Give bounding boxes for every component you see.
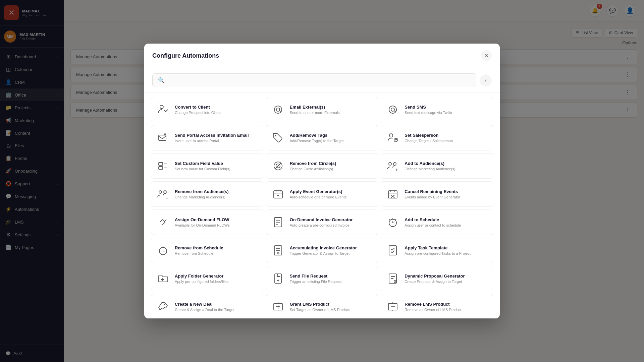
card-desc-apply-folder-generator: Apply pre-configured folders/files bbox=[175, 280, 258, 284]
search-box: 🔍 bbox=[152, 73, 476, 87]
modal-close-button[interactable]: ✕ bbox=[481, 50, 492, 61]
card-title-apply-event-generator: Apply Event Generator(s) bbox=[290, 189, 373, 194]
card-icon-cancel-remaining-events bbox=[386, 187, 400, 201]
card-title-email-externals: Email External(s) bbox=[290, 105, 373, 110]
card-title-remove-lms-product: Remove LMS Product bbox=[405, 302, 488, 307]
automation-card-send-portal-access[interactable]: Send Portal Access Invitation Email Invi… bbox=[151, 125, 263, 150]
automation-card-set-custom-field[interactable]: Set Custom Field Value Set new value for… bbox=[151, 153, 263, 179]
svg-rect-23 bbox=[274, 191, 282, 198]
automation-card-cancel-remaining-events[interactable]: Cancel Remaining Events Events added by … bbox=[381, 181, 493, 207]
card-title-convert-to-client: Convert to Client bbox=[175, 105, 258, 110]
automation-card-remove-from-audiences[interactable]: Remove from Audience(s) Change Marketing… bbox=[151, 181, 263, 207]
card-desc-apply-task-template: Assign pre-configured Tasks to a Project bbox=[405, 251, 488, 255]
automation-card-add-remove-tags[interactable]: Add/Remove Tags Add/Remove Tag(s) to the… bbox=[266, 125, 378, 150]
card-icon-set-custom-field bbox=[156, 159, 170, 173]
automation-card-apply-event-generator[interactable]: Apply Event Generator(s) Auto-schedule o… bbox=[266, 181, 378, 207]
card-desc-add-remove-tags: Add/Remove Tag(s) to the Target bbox=[290, 139, 373, 143]
card-icon-create-new-deal bbox=[156, 300, 170, 314]
automation-card-send-file-request[interactable]: Send File Request Trigger an existing Fi… bbox=[266, 266, 378, 291]
svg-line-39 bbox=[395, 219, 396, 220]
svg-rect-27 bbox=[388, 191, 397, 198]
automation-card-send-sms[interactable]: Send SMS Send text message via Twilio bbox=[381, 97, 493, 122]
automation-card-on-demand-invoice[interactable]: On-Demand Invoice Generator Auto-create … bbox=[266, 209, 378, 235]
svg-point-6 bbox=[275, 135, 276, 136]
card-icon-email-externals bbox=[271, 103, 285, 117]
automation-card-add-to-audiences[interactable]: Add to Audience(s) Change Marketing Audi… bbox=[381, 153, 493, 179]
card-title-add-to-audiences: Add to Audience(s) bbox=[405, 161, 488, 166]
card-title-add-to-schedule: Add to Schedule bbox=[405, 217, 488, 222]
automation-card-remove-lms-product[interactable]: Remove LMS Product Remove as Owner of LM… bbox=[381, 294, 493, 318]
automation-card-apply-folder-generator[interactable]: Apply Folder Generator Apply pre-configu… bbox=[151, 266, 263, 291]
card-title-set-custom-field: Set Custom Field Value bbox=[175, 161, 258, 166]
automations-grid: Convert to Client Change Prospect into C… bbox=[144, 93, 500, 318]
card-desc-add-to-audiences: Change Marketing Audience(s) bbox=[405, 167, 488, 171]
svg-point-55 bbox=[164, 304, 165, 305]
automation-card-accumulating-invoice[interactable]: Accumulating Invoice Generator Trigger G… bbox=[266, 238, 378, 263]
automation-card-grant-lms-product[interactable]: Grant LMS Product Set Target as Owner of… bbox=[266, 294, 378, 318]
card-desc-remove-from-schedule: Remove from Schedule bbox=[175, 251, 258, 255]
card-icon-send-portal-access bbox=[156, 131, 170, 145]
svg-rect-5 bbox=[159, 135, 166, 140]
card-title-on-demand-invoice: On-Demand Invoice Generator bbox=[290, 217, 373, 222]
card-icon-remove-from-schedule bbox=[156, 243, 170, 257]
automation-card-apply-task-template[interactable]: Apply Task Template Assign pre-configure… bbox=[381, 238, 493, 263]
automation-card-remove-from-schedule[interactable]: Remove from Schedule Remove from Schedul… bbox=[151, 238, 263, 263]
automation-card-set-salesperson[interactable]: Set Salesperson Change Target's Salesper… bbox=[381, 125, 493, 150]
card-icon-add-to-audiences bbox=[386, 159, 400, 173]
svg-point-17 bbox=[393, 163, 396, 165]
card-desc-remove-from-audiences: Change Marketing Audience(s) bbox=[175, 195, 258, 199]
configure-automations-modal: Configure Automations ✕ 🔍 ‹ Convert to C… bbox=[144, 44, 500, 318]
card-icon-remove-from-audiences bbox=[156, 187, 170, 201]
card-title-remove-from-audiences: Remove from Audience(s) bbox=[175, 189, 258, 194]
card-desc-create-new-deal: Create & Assign a Deal to the Target bbox=[175, 308, 258, 312]
back-button[interactable]: ‹ bbox=[480, 74, 492, 86]
card-icon-convert-to-client bbox=[156, 103, 170, 117]
svg-point-20 bbox=[159, 191, 162, 193]
modal-overlay: Configure Automations ✕ 🔍 ‹ Convert to C… bbox=[0, 0, 644, 362]
svg-point-21 bbox=[164, 191, 166, 193]
svg-point-7 bbox=[389, 134, 393, 137]
card-desc-remove-lms-product: Remove as Owner of LMS Product bbox=[405, 308, 488, 312]
modal-header: Configure Automations ✕ bbox=[144, 44, 500, 68]
automation-card-convert-to-client[interactable]: Convert to Client Change Prospect into C… bbox=[151, 97, 263, 122]
card-desc-assign-on-demand-flow: Available for On-Demand FLOWs bbox=[175, 223, 258, 227]
card-desc-dynamic-proposal: Create Proposal & Assign to Target bbox=[405, 280, 488, 284]
card-title-set-salesperson: Set Salesperson bbox=[405, 133, 488, 138]
card-desc-send-file-request: Trigger an existing File Request bbox=[290, 280, 373, 284]
card-icon-accumulating-invoice bbox=[271, 243, 285, 257]
search-input[interactable] bbox=[168, 78, 471, 83]
card-icon-send-sms bbox=[386, 103, 400, 117]
svg-point-16 bbox=[389, 163, 391, 165]
card-desc-grant-lms-product: Set Target as Owner of LMS Product bbox=[290, 308, 373, 312]
automation-card-remove-from-circles[interactable]: Remove from Circle(s) Change Circle Affi… bbox=[266, 153, 378, 179]
card-title-apply-task-template: Apply Task Template bbox=[405, 245, 488, 250]
card-title-assign-on-demand-flow: Assign On-Demand FLOW bbox=[175, 217, 258, 222]
svg-point-0 bbox=[160, 105, 163, 109]
automation-card-create-new-deal[interactable]: Create a New Deal Create & Assign a Deal… bbox=[151, 294, 263, 318]
card-title-accumulating-invoice: Accumulating Invoice Generator bbox=[290, 245, 373, 250]
card-title-remove-from-circles: Remove from Circle(s) bbox=[290, 161, 373, 166]
card-desc-apply-event-generator: Auto-schedule one or more Events bbox=[290, 195, 373, 199]
card-title-create-new-deal: Create a New Deal bbox=[175, 302, 258, 307]
svg-point-46 bbox=[277, 252, 279, 254]
card-icon-add-remove-tags bbox=[271, 131, 285, 145]
card-desc-set-custom-field: Set new value for Custom Field(s) bbox=[175, 167, 258, 171]
modal-search-area: 🔍 ‹ bbox=[144, 68, 500, 93]
card-title-send-file-request: Send File Request bbox=[290, 274, 373, 279]
card-icon-apply-task-template bbox=[386, 243, 400, 257]
automation-card-assign-on-demand-flow[interactable]: Assign On-Demand FLOW Available for On-D… bbox=[151, 209, 263, 235]
automation-card-email-externals[interactable]: Email External(s) Send to one or more Ex… bbox=[266, 97, 378, 122]
card-icon-apply-event-generator bbox=[271, 187, 285, 201]
svg-rect-9 bbox=[159, 163, 163, 165]
automation-card-dynamic-proposal[interactable]: Dynamic Proposal Generator Create Propos… bbox=[381, 266, 493, 291]
card-icon-set-salesperson bbox=[386, 131, 400, 145]
automation-card-add-to-schedule[interactable]: Add to Schedule Assign user or contact t… bbox=[381, 209, 493, 235]
card-icon-apply-folder-generator bbox=[156, 272, 170, 286]
back-icon: ‹ bbox=[485, 77, 487, 84]
card-icon-send-file-request bbox=[271, 272, 285, 286]
card-title-apply-folder-generator: Apply Folder Generator bbox=[175, 274, 258, 279]
card-icon-remove-from-circles bbox=[271, 159, 285, 173]
svg-point-4 bbox=[389, 106, 396, 113]
card-desc-set-salesperson: Change Target's Salesperson bbox=[405, 139, 488, 143]
card-icon-on-demand-invoice bbox=[271, 215, 285, 229]
